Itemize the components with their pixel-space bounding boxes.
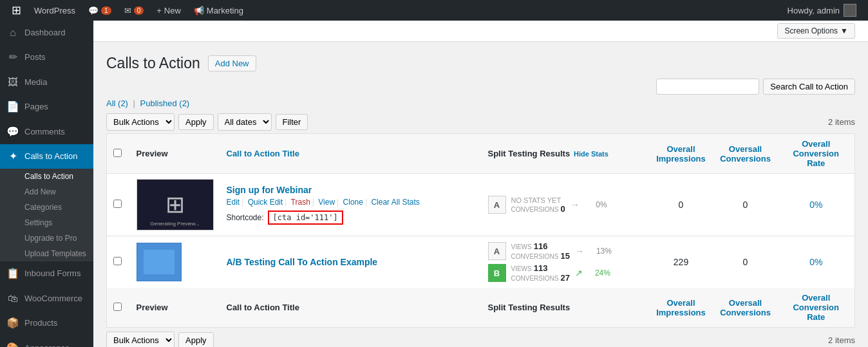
add-new-button[interactable]: Add New bbox=[208, 55, 256, 71]
wp-preview-icon: ⊞ bbox=[165, 191, 185, 218]
cta-table: Preview Call to Action Title Split Testi… bbox=[106, 133, 855, 328]
shortcode-label: Shortcode: bbox=[227, 213, 264, 222]
submenu-item-add-new[interactable]: Add New bbox=[0, 184, 93, 200]
sidebar-item-label: Dashboard bbox=[24, 27, 66, 39]
col-header-conversions: Oversall Conversions bbox=[713, 134, 778, 174]
row1-conversions: CONVERSIONS 0 bbox=[511, 204, 565, 214]
footer-select-all-checkbox[interactable] bbox=[113, 303, 122, 311]
row2-preview-inner bbox=[143, 249, 175, 275]
posts-icon: ✏ bbox=[6, 50, 19, 64]
table-row: A/B Testing Call To Action Example A VIE… bbox=[107, 236, 855, 288]
sidebar-item-woocommerce[interactable]: 🛍 WooCommerce bbox=[0, 286, 93, 311]
site-name-bar-item[interactable]: WordPress bbox=[28, 0, 82, 21]
bulk-actions-select-bottom[interactable]: Bulk Actions bbox=[106, 332, 175, 347]
comments-icon: 💬 bbox=[6, 125, 19, 139]
select-all-checkbox[interactable] bbox=[113, 149, 122, 157]
row1-impressions: 0 bbox=[649, 174, 713, 236]
row1-conversions-cell: 0 bbox=[713, 174, 778, 236]
sidebar-item-posts[interactable]: ✏ Posts bbox=[0, 45, 93, 70]
submenu-item-upload-templates[interactable]: Upload Templates bbox=[0, 246, 93, 261]
col-header-impressions: Overall Impressions bbox=[649, 134, 713, 174]
sidebar-item-appearance[interactable]: 🎨 Appearance bbox=[0, 336, 93, 347]
row1-rate-val: 0% bbox=[784, 200, 849, 210]
sidebar-item-dashboard[interactable]: ⌂ Dashboard bbox=[0, 21, 93, 45]
new-bar-item[interactable]: + New bbox=[150, 0, 187, 21]
submenu-item-upgrade[interactable]: Upgrade to Pro bbox=[0, 230, 93, 246]
col-header-preview: Preview bbox=[130, 134, 220, 174]
bulk-actions-select[interactable]: Bulk Actions bbox=[106, 113, 175, 131]
messages-count: 0 bbox=[134, 6, 144, 15]
howdy-section: Howdy, admin bbox=[781, 4, 863, 17]
row2-impressions: 229 bbox=[649, 236, 713, 288]
row1-checkbox[interactable] bbox=[113, 200, 122, 208]
row2-split-stats-b: VIEWS 113 CONVERSIONS 27 bbox=[511, 263, 570, 283]
search-input[interactable] bbox=[656, 79, 759, 95]
sidebar-item-label: Products bbox=[24, 317, 57, 329]
submenu-item-settings[interactable]: Settings bbox=[0, 215, 93, 230]
row1-rate-cell: 0% bbox=[778, 174, 855, 236]
row1-shortcode-box[interactable]: [cta id='111'] bbox=[268, 211, 343, 225]
apply-button[interactable]: Apply bbox=[178, 114, 214, 130]
filter-all-link[interactable]: All (2) bbox=[106, 98, 128, 108]
media-icon: 🖼 bbox=[6, 75, 19, 89]
sidebar-item-products[interactable]: 📦 Products bbox=[0, 311, 93, 335]
inbound-forms-icon: 📋 bbox=[6, 267, 19, 281]
row1-edit-link[interactable]: Edit bbox=[227, 198, 240, 207]
row2-cta-title-link[interactable]: A/B Testing Call To Action Example bbox=[227, 257, 378, 267]
row2-split-stats-a: VIEWS 116 CONVERSIONS 15 bbox=[511, 241, 570, 261]
row1-cta-title-link[interactable]: Sign up for Webinar bbox=[227, 185, 312, 195]
row2-rate-cell: 0% bbox=[778, 236, 855, 288]
row1-split-container: A NO STATS YET CONVERSIONS 0 → 0% bbox=[488, 196, 643, 214]
appearance-icon: 🎨 bbox=[6, 341, 19, 347]
search-cta-button[interactable]: Search Call to Action bbox=[763, 79, 855, 95]
screen-options-button[interactable]: Screen Options ▼ bbox=[777, 23, 855, 39]
submenu-item-categories[interactable]: Categories bbox=[0, 200, 93, 215]
row2-split-cell: A VIEWS 116 CONVERSIONS 15 → 13% B bbox=[482, 236, 649, 288]
col-header-cb bbox=[107, 134, 130, 174]
sidebar-item-cta[interactable]: ✦ Calls to Action bbox=[0, 144, 93, 169]
sidebar-item-media[interactable]: 🖼 Media bbox=[0, 70, 93, 95]
apply-button-bottom[interactable]: Apply bbox=[178, 332, 214, 347]
marketing-label: Marketing bbox=[207, 6, 243, 15]
row2-checkbox[interactable] bbox=[113, 257, 122, 265]
dates-select[interactable]: All dates bbox=[218, 113, 272, 131]
row1-view-link[interactable]: View bbox=[318, 198, 335, 207]
row1-trash-link[interactable]: Trash bbox=[291, 198, 310, 207]
submenu-item-cta-list[interactable]: Calls to Action bbox=[0, 169, 93, 184]
comments-bar-item[interactable]: 💬 1 bbox=[82, 0, 118, 21]
messages-bar-item[interactable]: ✉ 0 bbox=[118, 0, 151, 21]
sidebar-item-label: WooCommerce bbox=[24, 293, 82, 305]
sidebar-item-inbound-forms[interactable]: 📋 Inbound Forms bbox=[0, 261, 93, 286]
sidebar-item-comments[interactable]: 💬 Comments bbox=[0, 120, 93, 144]
filter-button[interactable]: Filter bbox=[276, 114, 308, 130]
filter-published-link[interactable]: Published (2) bbox=[140, 98, 190, 108]
row2-pct-a: 13% bbox=[589, 247, 612, 256]
footer-col-conversions: Oversall Conversions bbox=[713, 288, 778, 328]
new-label: New bbox=[164, 6, 181, 15]
row1-pct: 0% bbox=[585, 200, 607, 209]
row1-arrow-icon: → bbox=[571, 200, 580, 210]
marketing-bar-item[interactable]: 📢 Marketing bbox=[187, 0, 250, 21]
sidebar-item-label: Comments bbox=[24, 126, 65, 138]
wp-logo-bar-item[interactable]: ⊞ bbox=[5, 0, 28, 21]
filter-links: All (2) | Published (2) bbox=[106, 98, 855, 108]
sidebar-item-label: Appearance bbox=[24, 342, 70, 347]
sidebar-item-pages[interactable]: 📄 Pages bbox=[0, 95, 93, 119]
howdy-label: Howdy, admin bbox=[788, 6, 840, 15]
row1-title-cell: Sign up for Webinar Edit| Quick Edit| Tr… bbox=[220, 174, 482, 236]
dashboard-icon: ⌂ bbox=[6, 26, 19, 40]
tablenav-top: Bulk Actions Apply All dates Filter 2 it… bbox=[106, 113, 855, 131]
sidebar-item-label: Posts bbox=[24, 52, 46, 63]
cta-title-sort-link[interactable]: Call to Action Title bbox=[227, 149, 299, 158]
site-name-label: WordPress bbox=[34, 6, 75, 15]
row1-no-stats: NO STATS YET bbox=[511, 196, 565, 204]
table-header-row: Preview Call to Action Title Split Testi… bbox=[107, 134, 855, 174]
row2-cb bbox=[107, 236, 130, 288]
footer-col-preview: Preview bbox=[130, 288, 220, 328]
row1-clear-stats-link[interactable]: Clear All Stats bbox=[371, 198, 419, 207]
row1-clone-link[interactable]: Clone bbox=[343, 198, 363, 207]
items-count-bottom: 2 items bbox=[828, 335, 855, 345]
row1-preview: ⊞ Generating Preview... bbox=[130, 174, 220, 236]
row1-quick-edit-link[interactable]: Quick Edit bbox=[248, 198, 283, 207]
hide-stats-link[interactable]: Hide Stats bbox=[574, 150, 609, 158]
